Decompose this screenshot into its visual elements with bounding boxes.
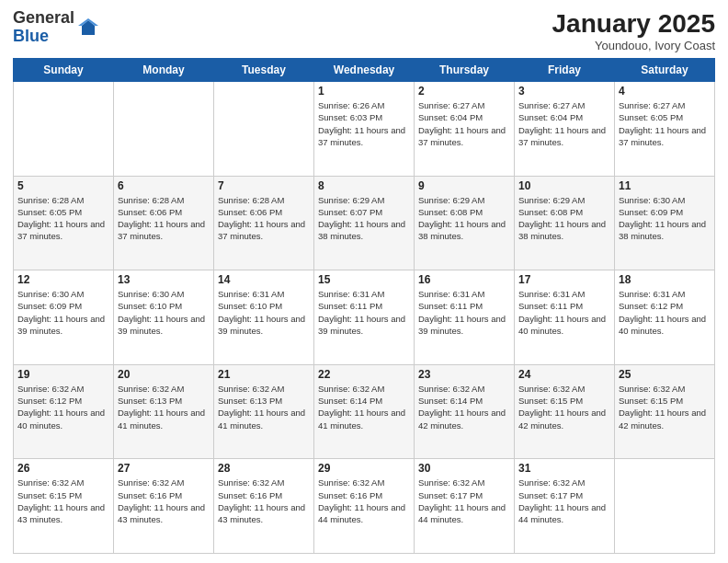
day-number: 16 <box>418 273 510 286</box>
day-info: Sunrise: 6:32 AM Sunset: 6:12 PM Dayligh… <box>17 383 109 431</box>
day-number: 18 <box>619 273 711 286</box>
calendar: SundayMondayTuesdayWednesdayThursdayFrid… <box>13 58 715 554</box>
logo: General Blue <box>13 9 98 46</box>
weekday-header-friday: Friday <box>515 59 615 82</box>
day-info: Sunrise: 6:27 AM Sunset: 6:05 PM Dayligh… <box>619 99 711 148</box>
day-number: 23 <box>418 368 510 381</box>
logo-blue: Blue <box>13 28 74 46</box>
day-info: Sunrise: 6:32 AM Sunset: 6:13 PM Dayligh… <box>118 383 210 431</box>
day-info: Sunrise: 6:30 AM Sunset: 6:10 PM Dayligh… <box>118 288 210 337</box>
day-info: Sunrise: 6:28 AM Sunset: 6:06 PM Dayligh… <box>218 194 310 243</box>
calendar-cell: 21Sunrise: 6:32 AM Sunset: 6:13 PM Dayli… <box>214 364 314 459</box>
page: General Blue January 2025 Youndouo, Ivor… <box>0 0 728 563</box>
day-number: 12 <box>17 273 109 286</box>
day-info: Sunrise: 6:26 AM Sunset: 6:03 PM Dayligh… <box>318 99 410 148</box>
calendar-cell: 28Sunrise: 6:32 AM Sunset: 6:16 PM Dayli… <box>214 459 314 554</box>
day-info: Sunrise: 6:28 AM Sunset: 6:06 PM Dayligh… <box>118 194 210 243</box>
calendar-cell: 4Sunrise: 6:27 AM Sunset: 6:05 PM Daylig… <box>615 82 715 177</box>
calendar-cell: 18Sunrise: 6:31 AM Sunset: 6:12 PM Dayli… <box>615 270 715 365</box>
calendar-cell <box>615 459 715 554</box>
calendar-cell: 30Sunrise: 6:32 AM Sunset: 6:17 PM Dayli… <box>415 459 515 554</box>
calendar-cell: 16Sunrise: 6:31 AM Sunset: 6:11 PM Dayli… <box>415 270 515 365</box>
week-row-2: 5Sunrise: 6:28 AM Sunset: 6:05 PM Daylig… <box>14 176 715 270</box>
logo-icon <box>78 18 98 39</box>
day-number: 2 <box>418 85 510 98</box>
day-info: Sunrise: 6:32 AM Sunset: 6:16 PM Dayligh… <box>318 477 410 525</box>
day-info: Sunrise: 6:32 AM Sunset: 6:16 PM Dayligh… <box>118 477 210 525</box>
calendar-cell: 1Sunrise: 6:26 AM Sunset: 6:03 PM Daylig… <box>314 82 415 177</box>
day-info: Sunrise: 6:32 AM Sunset: 6:17 PM Dayligh… <box>418 477 510 525</box>
calendar-cell: 22Sunrise: 6:32 AM Sunset: 6:14 PM Dayli… <box>314 364 415 459</box>
calendar-cell: 2Sunrise: 6:27 AM Sunset: 6:04 PM Daylig… <box>415 82 515 177</box>
week-row-5: 26Sunrise: 6:32 AM Sunset: 6:15 PM Dayli… <box>14 459 715 554</box>
day-info: Sunrise: 6:30 AM Sunset: 6:09 PM Dayligh… <box>619 194 711 243</box>
day-number: 1 <box>318 85 410 98</box>
day-info: Sunrise: 6:29 AM Sunset: 6:07 PM Dayligh… <box>318 194 410 243</box>
day-info: Sunrise: 6:32 AM Sunset: 6:17 PM Dayligh… <box>518 477 610 525</box>
day-info: Sunrise: 6:29 AM Sunset: 6:08 PM Dayligh… <box>418 194 510 243</box>
day-info: Sunrise: 6:31 AM Sunset: 6:12 PM Dayligh… <box>619 288 711 337</box>
day-info: Sunrise: 6:27 AM Sunset: 6:04 PM Dayligh… <box>418 99 510 148</box>
calendar-cell <box>214 82 314 177</box>
day-number: 13 <box>118 273 210 286</box>
day-number: 11 <box>619 179 711 192</box>
day-info: Sunrise: 6:32 AM Sunset: 6:15 PM Dayligh… <box>17 477 109 525</box>
day-info: Sunrise: 6:31 AM Sunset: 6:11 PM Dayligh… <box>418 288 510 337</box>
calendar-cell: 3Sunrise: 6:27 AM Sunset: 6:04 PM Daylig… <box>515 82 615 177</box>
day-info: Sunrise: 6:32 AM Sunset: 6:15 PM Dayligh… <box>619 383 711 431</box>
day-number: 27 <box>118 462 210 475</box>
day-number: 26 <box>17 462 109 475</box>
day-number: 24 <box>518 368 610 381</box>
calendar-cell: 31Sunrise: 6:32 AM Sunset: 6:17 PM Dayli… <box>515 459 615 554</box>
day-number: 14 <box>218 273 310 286</box>
day-number: 19 <box>17 368 109 381</box>
day-info: Sunrise: 6:29 AM Sunset: 6:08 PM Dayligh… <box>518 194 610 243</box>
day-number: 20 <box>118 368 210 381</box>
day-number: 8 <box>318 179 410 192</box>
calendar-cell: 29Sunrise: 6:32 AM Sunset: 6:16 PM Dayli… <box>314 459 415 554</box>
header: General Blue January 2025 Youndouo, Ivor… <box>13 9 715 52</box>
day-number: 30 <box>418 462 510 475</box>
week-row-3: 12Sunrise: 6:30 AM Sunset: 6:09 PM Dayli… <box>14 270 715 365</box>
calendar-cell: 9Sunrise: 6:29 AM Sunset: 6:08 PM Daylig… <box>415 176 515 270</box>
day-info: Sunrise: 6:31 AM Sunset: 6:10 PM Dayligh… <box>218 288 310 337</box>
calendar-cell: 12Sunrise: 6:30 AM Sunset: 6:09 PM Dayli… <box>14 270 114 365</box>
day-number: 10 <box>518 179 610 192</box>
day-number: 17 <box>518 273 610 286</box>
day-info: Sunrise: 6:32 AM Sunset: 6:14 PM Dayligh… <box>418 383 510 431</box>
day-info: Sunrise: 6:31 AM Sunset: 6:11 PM Dayligh… <box>318 288 410 337</box>
day-number: 9 <box>418 179 510 192</box>
weekday-header-thursday: Thursday <box>415 59 515 82</box>
day-info: Sunrise: 6:32 AM Sunset: 6:14 PM Dayligh… <box>318 383 410 431</box>
calendar-cell: 7Sunrise: 6:28 AM Sunset: 6:06 PM Daylig… <box>214 176 314 270</box>
calendar-cell: 19Sunrise: 6:32 AM Sunset: 6:12 PM Dayli… <box>14 364 114 459</box>
calendar-cell: 11Sunrise: 6:30 AM Sunset: 6:09 PM Dayli… <box>615 176 715 270</box>
calendar-cell: 24Sunrise: 6:32 AM Sunset: 6:15 PM Dayli… <box>515 364 615 459</box>
day-number: 4 <box>619 85 711 98</box>
day-number: 22 <box>318 368 410 381</box>
calendar-cell <box>114 82 214 177</box>
calendar-cell: 5Sunrise: 6:28 AM Sunset: 6:05 PM Daylig… <box>14 176 114 270</box>
month-title: January 2025 <box>552 9 715 39</box>
day-number: 6 <box>118 179 210 192</box>
weekday-header-row: SundayMondayTuesdayWednesdayThursdayFrid… <box>14 59 715 82</box>
calendar-cell: 26Sunrise: 6:32 AM Sunset: 6:15 PM Dayli… <box>14 459 114 554</box>
day-info: Sunrise: 6:31 AM Sunset: 6:11 PM Dayligh… <box>518 288 610 337</box>
weekday-header-saturday: Saturday <box>615 59 715 82</box>
calendar-cell: 27Sunrise: 6:32 AM Sunset: 6:16 PM Dayli… <box>114 459 214 554</box>
calendar-cell: 23Sunrise: 6:32 AM Sunset: 6:14 PM Dayli… <box>415 364 515 459</box>
day-number: 7 <box>218 179 310 192</box>
day-info: Sunrise: 6:32 AM Sunset: 6:15 PM Dayligh… <box>518 383 610 431</box>
weekday-header-sunday: Sunday <box>14 59 114 82</box>
calendar-cell <box>14 82 114 177</box>
subtitle: Youndouo, Ivory Coast <box>552 39 715 52</box>
day-number: 29 <box>318 462 410 475</box>
calendar-cell: 20Sunrise: 6:32 AM Sunset: 6:13 PM Dayli… <box>114 364 214 459</box>
day-info: Sunrise: 6:32 AM Sunset: 6:16 PM Dayligh… <box>218 477 310 525</box>
title-block: January 2025 Youndouo, Ivory Coast <box>552 9 715 52</box>
calendar-cell: 25Sunrise: 6:32 AM Sunset: 6:15 PM Dayli… <box>615 364 715 459</box>
day-number: 5 <box>17 179 109 192</box>
day-number: 25 <box>619 368 711 381</box>
calendar-cell: 6Sunrise: 6:28 AM Sunset: 6:06 PM Daylig… <box>114 176 214 270</box>
day-number: 3 <box>518 85 610 98</box>
